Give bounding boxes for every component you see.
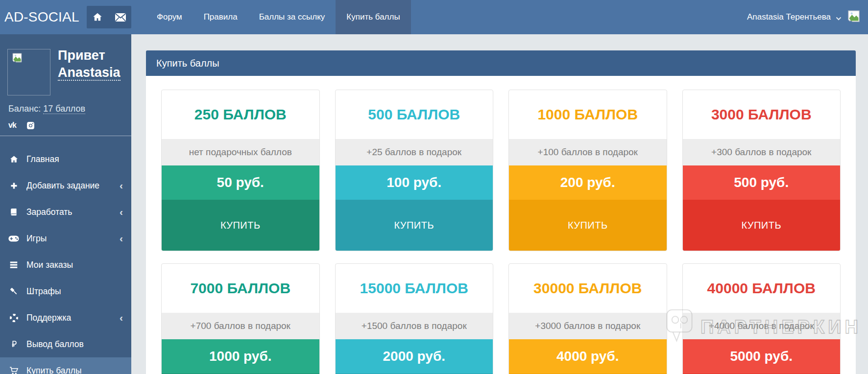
- sidebar-item-label: Штрафы: [26, 286, 61, 297]
- chevron-left-icon: ‹: [120, 181, 123, 190]
- card-price: 1000 руб.: [162, 339, 319, 374]
- navbar-brand-area: AD-SOCIAL: [0, 0, 131, 34]
- panel-header: Купить баллы: [146, 50, 856, 76]
- card-gift: +700 баллов в подарок: [162, 313, 319, 339]
- pricing-card: 250 БАЛЛОВ нет подарочных баллов 50 руб.…: [161, 90, 320, 251]
- buy-button[interactable]: КУПИТЬ: [683, 200, 841, 251]
- greeting: Привет Anastasia: [58, 47, 121, 81]
- chevron-left-icon: ‹: [120, 313, 123, 323]
- sidebar-item-label: Мои заказы: [26, 260, 73, 270]
- home-icon[interactable]: [92, 12, 103, 23]
- card-price: 100 руб.: [336, 165, 493, 200]
- card-price: 2000 руб.: [336, 339, 493, 374]
- sidebar-item-home[interactable]: Главная: [0, 146, 131, 172]
- card-gift: +300 баллов в подарок: [683, 139, 841, 165]
- page-title: Купить баллы: [156, 58, 219, 69]
- pricing-card: 500 БАЛЛОВ +25 баллов в подарок 100 руб.…: [335, 90, 494, 251]
- sidebar-item-label: Вывод баллов: [26, 339, 84, 350]
- card-price: 4000 руб.: [509, 339, 667, 374]
- balance-value-link[interactable]: 17 баллов: [43, 104, 85, 114]
- pricing-card: 7000 БАЛЛОВ +700 баллов в подарок 1000 р…: [161, 263, 320, 374]
- top-navbar: AD-SOCIAL Форум Правила Баллы за ссылку …: [0, 0, 868, 34]
- buy-points-panel: Купить баллы 250 БАЛЛОВ нет подарочных б…: [146, 50, 856, 374]
- card-gift: +3000 баллов в подарок: [509, 313, 667, 339]
- chevron-down-icon: [836, 13, 842, 23]
- card-price: 5000 руб.: [683, 339, 841, 374]
- card-points: 250 БАЛЛОВ: [162, 90, 319, 139]
- sidebar-item-games[interactable]: Игры ‹: [0, 225, 131, 252]
- instagram-icon[interactable]: [26, 121, 35, 130]
- life-ring-icon: [8, 312, 19, 323]
- sidebar-item-support[interactable]: Поддержка ‹: [0, 304, 131, 331]
- sidebar-item-earn[interactable]: Заработать ‹: [0, 199, 131, 225]
- profile-name-link[interactable]: Anastasia: [58, 65, 121, 81]
- pricing-card: 30000 БАЛЛОВ +3000 баллов в подарок 4000…: [508, 263, 667, 374]
- nav-item-buy-points[interactable]: Купить баллы: [336, 0, 410, 34]
- balance: Баланс: 17 баллов: [8, 104, 123, 114]
- user-name: Anastasia Терентьева: [747, 12, 831, 22]
- pricing-card: 40000 БАЛЛОВ +4000 баллов в подарок 5000…: [682, 263, 841, 374]
- home-icon: [8, 154, 19, 164]
- plus-icon: [8, 180, 19, 191]
- pricing-grid: 250 БАЛЛОВ нет подарочных баллов 50 руб.…: [161, 90, 841, 374]
- card-price: 50 руб.: [162, 165, 319, 200]
- card-gift: +4000 баллов в подарок: [683, 313, 841, 339]
- card-points: 30000 БАЛЛОВ: [509, 264, 667, 313]
- nav-item-rules[interactable]: Правила: [193, 0, 248, 34]
- main-content: Купить баллы 250 БАЛЛОВ нет подарочных б…: [131, 34, 868, 374]
- sidebar-menu: Главная Добавить задание ‹ Заработать ‹ …: [0, 146, 131, 374]
- chevron-left-icon: ‹: [120, 234, 123, 243]
- card-points: 15000 БАЛЛОВ: [336, 264, 493, 313]
- vk-icon[interactable]: vk: [8, 121, 16, 129]
- sidebar-item-buy-points[interactable]: Купить баллы: [0, 357, 131, 374]
- avatar: [846, 9, 861, 26]
- card-points: 500 БАЛЛОВ: [336, 90, 493, 139]
- card-gift: +25 баллов в подарок: [336, 139, 493, 165]
- sidebar-divider: [0, 136, 131, 136]
- sidebar: Привет Anastasia Баланс: 17 баллов vk Гл…: [0, 34, 131, 374]
- social-links: vk: [8, 121, 123, 130]
- book-icon: [8, 207, 19, 217]
- user-menu[interactable]: Anastasia Терентьева: [747, 9, 868, 26]
- sidebar-item-label: Игры: [26, 234, 47, 244]
- mail-icon[interactable]: [115, 13, 126, 22]
- card-gift: +100 баллов в подарок: [509, 139, 667, 165]
- pricing-card: 1000 БАЛЛОВ +100 баллов в подарок 200 ру…: [508, 90, 667, 251]
- pricing-card: 3000 БАЛЛОВ +300 баллов в подарок 500 ру…: [682, 90, 841, 251]
- buy-button[interactable]: КУПИТЬ: [336, 200, 493, 251]
- list-icon: [8, 259, 19, 270]
- card-points: 3000 БАЛЛОВ: [683, 90, 841, 139]
- buy-button[interactable]: КУПИТЬ: [162, 200, 319, 251]
- brand-logo: AD-SOCIAL: [0, 9, 79, 25]
- balance-label: Баланс:: [8, 104, 41, 114]
- nav-item-points-for-link[interactable]: Баллы за ссылку: [248, 0, 336, 34]
- gavel-icon: [8, 286, 19, 297]
- panel-body: 250 БАЛЛОВ нет подарочных баллов 50 руб.…: [146, 76, 856, 374]
- card-points: 1000 БАЛЛОВ: [509, 90, 667, 139]
- sidebar-item-label: Добавить задание: [26, 181, 99, 191]
- card-points: 40000 БАЛЛОВ: [683, 264, 841, 313]
- sidebar-item-withdraw[interactable]: Вывод баллов: [0, 331, 131, 357]
- card-points: 7000 БАЛЛОВ: [162, 264, 319, 313]
- card-gift: нет подарочных баллов: [162, 139, 319, 165]
- sidebar-item-add-task[interactable]: Добавить задание ‹: [0, 172, 131, 199]
- profile-avatar: [7, 49, 50, 95]
- cart-icon: [8, 365, 19, 374]
- card-price: 500 руб.: [683, 165, 841, 200]
- card-price: 200 руб.: [509, 165, 667, 200]
- gamepad-icon: [8, 233, 19, 244]
- buy-button[interactable]: КУПИТЬ: [509, 200, 667, 251]
- chevron-left-icon: ‹: [120, 207, 123, 217]
- pricing-card: 15000 БАЛЛОВ +1500 баллов в подарок 2000…: [335, 263, 494, 374]
- sidebar-item-my-orders[interactable]: Мои заказы: [0, 252, 131, 278]
- sidebar-item-fines[interactable]: Штрафы: [0, 278, 131, 304]
- navbar-links: Форум Правила Баллы за ссылку Купить бал…: [146, 0, 411, 34]
- sidebar-item-label: Заработать: [26, 207, 72, 217]
- sidebar-item-label: Поддержка: [26, 313, 71, 323]
- nav-item-forum[interactable]: Форум: [146, 0, 193, 34]
- greeting-line1: Привет: [58, 47, 121, 64]
- sidebar-item-label: Купить баллы: [26, 366, 82, 374]
- navbar-quick-icons: [87, 6, 131, 28]
- card-gift: +1500 баллов в подарок: [336, 313, 493, 339]
- ruble-icon: [8, 339, 19, 350]
